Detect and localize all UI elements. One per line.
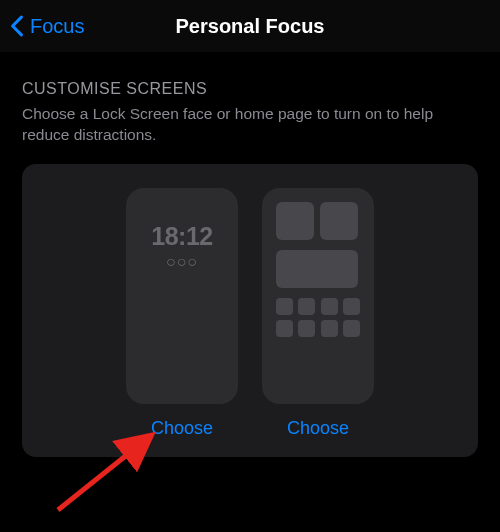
app-icon: [343, 298, 360, 315]
page-title: Personal Focus: [176, 15, 325, 38]
app-icon-grid: [276, 298, 360, 337]
screens-card: 18:12 ○○○ Choose: [22, 164, 478, 457]
back-label: Focus: [30, 15, 84, 38]
section-description: Choose a Lock Screen face or home page t…: [22, 104, 478, 146]
lock-time: 18:12: [151, 222, 212, 251]
app-icon: [276, 298, 293, 315]
nav-bar: Focus Personal Focus: [0, 0, 500, 52]
home-screen-preview[interactable]: [262, 188, 374, 404]
section-header: CUSTOMISE SCREENS: [22, 80, 478, 98]
screens-row: 18:12 ○○○ Choose: [22, 188, 478, 439]
app-icon: [321, 320, 338, 337]
widget-row: [276, 202, 360, 240]
choose-home-button[interactable]: Choose: [287, 418, 349, 439]
app-icon: [276, 320, 293, 337]
lock-dots-icon: ○○○: [166, 253, 198, 271]
lock-screen-option: 18:12 ○○○ Choose: [126, 188, 238, 439]
widget-wide-icon: [276, 250, 358, 288]
widget-icon: [276, 202, 314, 240]
home-screen-option: Choose: [262, 188, 374, 439]
app-icon: [321, 298, 338, 315]
back-button[interactable]: Focus: [0, 15, 84, 38]
app-icon: [298, 298, 315, 315]
app-icon: [298, 320, 315, 337]
choose-lock-button[interactable]: Choose: [151, 418, 213, 439]
lock-screen-preview[interactable]: 18:12 ○○○: [126, 188, 238, 404]
app-icon: [343, 320, 360, 337]
chevron-left-icon: [10, 15, 24, 37]
widget-icon: [320, 202, 358, 240]
customise-section: CUSTOMISE SCREENS Choose a Lock Screen f…: [0, 52, 500, 457]
